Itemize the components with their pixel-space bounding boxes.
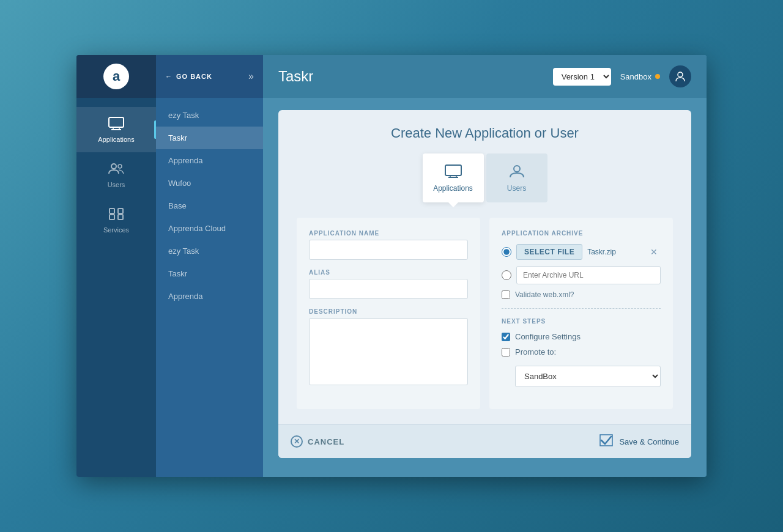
tab-applications-icon xyxy=(444,164,462,180)
save-continue-button[interactable]: Save & Continue xyxy=(598,434,679,450)
file-name-label: Taskr.zip xyxy=(587,248,642,256)
archive-url-radio[interactable] xyxy=(502,270,511,280)
cancel-x-icon: ✕ xyxy=(291,435,303,448)
tab-applications[interactable]: Applications xyxy=(423,153,484,202)
svg-rect-0 xyxy=(109,117,124,127)
form-left: APPLICATION NAME ALIAS DESCRIPTION xyxy=(297,218,480,409)
panel-item-taskr-2[interactable]: Taskr xyxy=(156,262,263,285)
svg-point-3 xyxy=(111,164,116,169)
svg-point-4 xyxy=(118,164,122,168)
back-arrow-icon: ← xyxy=(165,73,173,80)
svg-rect-10 xyxy=(445,165,461,175)
services-icon xyxy=(108,207,125,223)
next-steps-label: NEXT STEPS xyxy=(502,318,661,325)
users-icon xyxy=(108,161,125,177)
sidebar-nav: Applications Users xyxy=(76,98,156,243)
panel-item-apprenda-2[interactable]: Apprenda xyxy=(156,285,263,308)
panel-list: ezy Task Taskr Apprenda Wufoo Base Appre… xyxy=(156,98,263,314)
modal-footer: ✕ CANCEL Save & Continue xyxy=(278,424,691,458)
validate-row: Validate web.xml? xyxy=(502,290,661,309)
panel-collapse-button[interactable]: » xyxy=(248,71,254,82)
modal-body: Create New Application or User xyxy=(278,110,691,424)
form-right: APPLICATION ARCHIVE SELECT FILE Taskr.zi… xyxy=(489,218,673,409)
modal-area: Create New Application or User xyxy=(263,98,707,477)
back-button[interactable]: ← GO BACK xyxy=(165,73,212,80)
version-select[interactable]: Version 1Version 2Version 3 xyxy=(553,68,611,86)
sidebar-item-users[interactable]: Users xyxy=(76,152,156,198)
panel-item-ezy-task-2[interactable]: ezy Task xyxy=(156,240,263,262)
main-header: Taskr Version 1Version 2Version 3 Sandbo… xyxy=(263,55,707,98)
tab-users[interactable]: Users xyxy=(486,153,547,202)
panel-item-ezy-task-1[interactable]: ezy Task xyxy=(156,104,263,127)
validate-checkbox[interactable] xyxy=(502,290,510,299)
sidebar-item-users-label: Users xyxy=(108,181,125,188)
archive-url-input[interactable] xyxy=(516,266,661,284)
create-modal: Create New Application or User xyxy=(278,110,691,458)
description-label: DESCRIPTION xyxy=(309,308,468,315)
description-input[interactable] xyxy=(309,318,468,385)
panel-item-wufoo[interactable]: Wufoo xyxy=(156,172,263,194)
panel-item-apprenda-1[interactable]: Apprenda xyxy=(156,149,263,172)
remove-file-icon[interactable]: ✕ xyxy=(647,246,661,258)
promote-to-checkbox[interactable] xyxy=(502,348,510,357)
svg-rect-5 xyxy=(109,209,114,213)
promote-to-row: Promote to: xyxy=(502,347,661,357)
sandbox-dot-icon xyxy=(655,74,660,79)
svg-point-9 xyxy=(678,72,683,77)
tab-applications-label: Applications xyxy=(433,184,473,193)
sidebar-logo: a xyxy=(76,55,156,98)
panel-item-base[interactable]: Base xyxy=(156,194,263,217)
panel-item-apprenda-cloud[interactable]: Apprenda Cloud xyxy=(156,217,263,240)
app-name-input[interactable] xyxy=(309,240,468,260)
svg-point-13 xyxy=(514,166,520,172)
validate-label: Validate web.xml? xyxy=(515,290,574,299)
save-label: Save & Continue xyxy=(619,437,679,446)
archive-file-radio[interactable] xyxy=(502,247,511,257)
tab-selector: Applications Users xyxy=(297,153,673,202)
sidebar-item-services[interactable]: Services xyxy=(76,198,156,243)
promote-to-label: Promote to: xyxy=(515,347,556,357)
page-title: Taskr xyxy=(278,68,553,85)
app-name-label: APPLICATION NAME xyxy=(309,230,468,237)
applications-icon xyxy=(108,116,125,132)
modal-title: Create New Application or User xyxy=(297,125,673,141)
panel-item-taskr[interactable]: Taskr xyxy=(156,127,263,149)
panel-header: ← GO BACK » xyxy=(156,55,263,98)
description-group: DESCRIPTION xyxy=(309,308,468,388)
cancel-button[interactable]: ✕ CANCEL xyxy=(291,435,344,448)
side-panel: ← GO BACK » ezy Task Taskr Apprenda Wufo… xyxy=(156,55,263,477)
alias-input[interactable] xyxy=(309,279,468,299)
configure-settings-label: Configure Settings xyxy=(515,332,581,341)
sidebar-item-applications-label: Applications xyxy=(98,136,134,143)
user-avatar[interactable] xyxy=(669,65,691,87)
archive-url-row xyxy=(502,266,661,284)
app-name-group: APPLICATION NAME xyxy=(309,230,468,260)
promote-dropdown[interactable]: SandBoxStagingProduction xyxy=(515,366,661,387)
archive-section-label: APPLICATION ARCHIVE xyxy=(502,230,661,237)
form-area: APPLICATION NAME ALIAS DESCRIPTION xyxy=(297,218,673,409)
sandbox-label: Sandbox xyxy=(620,72,651,81)
save-icon xyxy=(598,434,614,450)
sandbox-indicator: Sandbox xyxy=(620,72,660,81)
tab-users-label: Users xyxy=(507,184,526,193)
archive-file-row: SELECT FILE Taskr.zip ✕ xyxy=(502,244,661,260)
configure-settings-row: Configure Settings xyxy=(502,332,661,341)
main-content: Taskr Version 1Version 2Version 3 Sandbo… xyxy=(263,55,707,477)
sidebar-item-services-label: Services xyxy=(103,226,129,234)
svg-rect-7 xyxy=(109,215,114,220)
tab-users-icon xyxy=(508,164,526,180)
alias-label: ALIAS xyxy=(309,269,468,276)
sidebar: a Applications xyxy=(76,55,156,477)
alias-group: ALIAS xyxy=(309,269,468,299)
svg-rect-8 xyxy=(118,215,123,220)
sidebar-item-applications[interactable]: Applications xyxy=(76,107,156,152)
logo-circle: a xyxy=(103,64,129,89)
configure-settings-checkbox[interactable] xyxy=(502,333,510,341)
select-file-button[interactable]: SELECT FILE xyxy=(516,244,582,260)
svg-rect-6 xyxy=(118,209,123,213)
